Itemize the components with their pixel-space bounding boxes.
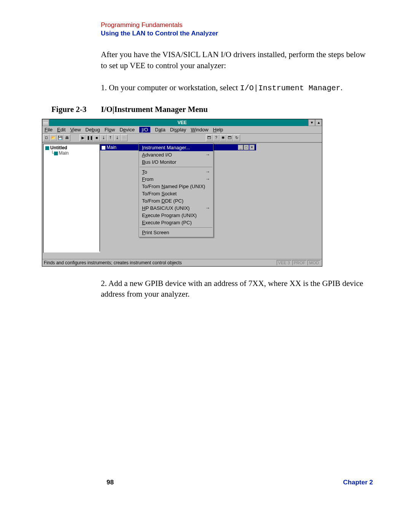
save-icon[interactable]: 💾 (57, 134, 64, 141)
step1-code: I/O|Instrument Manager (240, 84, 341, 93)
tree-panel[interactable]: Untitled └Main (43, 144, 101, 253)
window-titlebar[interactable]: — VEE ▾ ▴ (42, 119, 322, 126)
menu-dde[interactable]: To/From DDE (PC) (139, 197, 213, 204)
step-icon[interactable]: ⤓ (100, 134, 107, 141)
chapter-label: Chapter 2 (343, 479, 373, 486)
main-panel-title: Main (107, 145, 116, 150)
menu-window[interactable]: Window (191, 127, 208, 133)
tool-c-icon[interactable]: ✱ (220, 134, 226, 141)
menu-hpbasic[interactable]: HP BASIC/UX (UNIX)→ (139, 204, 213, 212)
status-indicator-mod: MOD (307, 260, 320, 265)
work-area: Untitled └Main Main _ □ ✕ Instrument Man… (42, 142, 322, 259)
menu-socket[interactable]: To/From Socket (139, 190, 213, 197)
menu-view[interactable]: View (70, 127, 81, 133)
tree-root[interactable]: Untitled (50, 145, 67, 150)
submenu-arrow-icon: → (206, 169, 210, 174)
pause-icon[interactable]: ❚❚ (86, 134, 93, 141)
open-icon[interactable]: 📂 (50, 134, 57, 141)
menu-device[interactable]: Device (119, 127, 135, 133)
menu-bus-io-monitor[interactable]: Bus I/O Monitor (139, 158, 213, 166)
intro-paragraph: After you have the VISA/SICL LAN I/O dri… (101, 49, 371, 71)
system-menu-icon[interactable]: — (42, 119, 49, 126)
menu-io[interactable]: I/O (139, 127, 150, 133)
submenu-arrow-icon: → (206, 176, 210, 182)
menu-named-pipe[interactable]: To/From Named Pipe (UNIX) (139, 183, 213, 190)
submenu-arrow-icon: → (206, 205, 210, 211)
tool-d-icon[interactable]: 🗔 (226, 134, 233, 141)
menu-separator (140, 227, 212, 228)
status-text: Finds and configures instruments; create… (44, 260, 182, 265)
menu-separator (140, 167, 212, 167)
menu-exec-unix[interactable]: Execute Program (UNIX) (139, 212, 213, 219)
step1-text: 1. On your computer or workstation, sele… (101, 83, 240, 92)
menu-instrument-manager[interactable]: Instrument Manager... (139, 144, 213, 151)
menu-debug[interactable]: Debug (85, 127, 100, 133)
tool-e-icon[interactable]: ↻ (233, 134, 240, 141)
menu-to[interactable]: To→ (139, 168, 213, 176)
new-icon[interactable]: 🗋 (43, 134, 50, 141)
tool-a-icon[interactable]: 🗔 (206, 134, 213, 141)
menu-exec-pc[interactable]: Execute Program (PC) (139, 219, 213, 226)
menu-flow[interactable]: Flow (105, 127, 115, 133)
status-indicator-prof: PROF (292, 260, 307, 265)
step-1: 1. On your computer or workstation, sele… (101, 82, 371, 93)
menu-display[interactable]: Display (170, 127, 186, 133)
vee-screenshot: — VEE ▾ ▴ File Edit View Debug Flow Devi… (42, 119, 322, 267)
menu-help[interactable]: Help (213, 127, 223, 133)
header-section: Programming Fundamentals (101, 21, 377, 29)
figure-title: I/O|Instrument Manager Menu (101, 105, 208, 114)
stop-icon[interactable]: ■ (93, 134, 100, 141)
figure-label: Figure 2-3 (51, 105, 99, 114)
step1-suffix: . (341, 83, 342, 92)
header-subsection: Using the LAN to Control the Analyzer (101, 29, 377, 38)
page-number: 98 (107, 479, 114, 486)
minimize-button[interactable]: ▾ (308, 119, 315, 126)
step-2: 2. Add a new GPIB device with an address… (101, 278, 371, 300)
run-icon[interactable]: ▶ (80, 134, 86, 141)
doc-icon (54, 152, 58, 155)
menu-print-screen[interactable]: Print Screen (139, 229, 213, 236)
panel-max-icon[interactable]: □ (244, 145, 249, 150)
tree-child[interactable]: Main (59, 150, 69, 156)
menu-from[interactable]: From→ (139, 176, 213, 183)
io-dropdown-menu[interactable]: Instrument Manager... Advanced I/O→ Bus … (139, 143, 213, 237)
disabled-icon: □ (121, 134, 127, 141)
menu-file[interactable]: File (45, 127, 53, 133)
submenu-arrow-icon: → (206, 152, 210, 157)
tool-b-icon[interactable]: ? (213, 134, 220, 141)
menu-bar[interactable]: File Edit View Debug Flow Device I/O Dat… (42, 126, 322, 134)
maximize-button[interactable]: ▴ (315, 119, 322, 126)
panel-icon (102, 146, 105, 150)
step3-icon[interactable]: ⤓ (114, 134, 121, 141)
print-icon[interactable]: 🖶 (64, 134, 70, 141)
menu-edit[interactable]: Edit (57, 127, 65, 133)
panel-min-icon[interactable]: _ (238, 145, 243, 150)
menu-advanced-io[interactable]: Advanced I/O→ (139, 151, 213, 158)
step2-icon[interactable]: ⤒ (107, 134, 114, 141)
toolbar: 🗋 📂 💾 🖶 ▶ ❚❚ ■ ⤓ ⤒ ⤓ □ 🗔 ? ✱ 🗔 ↻ (42, 134, 322, 142)
status-bar: Finds and configures instruments; create… (42, 259, 322, 266)
doc-icon (45, 146, 49, 150)
window-title: VEE (177, 120, 186, 125)
status-indicator-vee: VEE 3 (277, 260, 292, 265)
menu-data[interactable]: Data (155, 127, 165, 133)
panel-close-icon[interactable]: ✕ (249, 145, 255, 150)
figure-caption: Figure 2-3 I/O|Instrument Manager Menu (51, 105, 377, 114)
